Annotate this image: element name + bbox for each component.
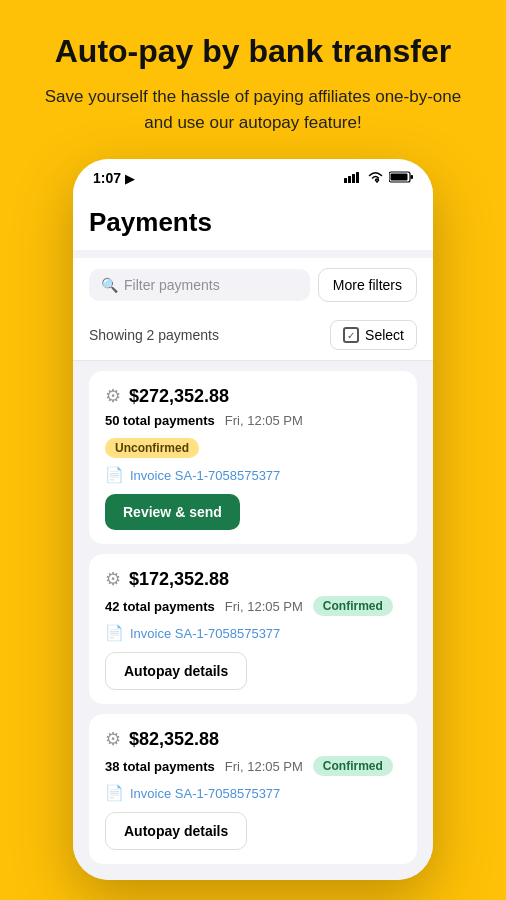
showing-row: Showing 2 payments ✓ Select xyxy=(73,312,433,361)
payment-date: Fri, 12:05 PM xyxy=(225,759,303,774)
invoice-link[interactable]: Invoice SA-1-7058575377 xyxy=(130,626,280,641)
total-payments: 50 total payments xyxy=(105,413,215,428)
total-payments: 42 total payments xyxy=(105,599,215,614)
payment-amount: $82,352.88 xyxy=(129,729,219,750)
hero-title: Auto-pay by bank transfer xyxy=(43,32,463,70)
svg-rect-3 xyxy=(356,172,359,183)
invoice-icon: 📄 xyxy=(105,624,124,642)
hero-section: Auto-pay by bank transfer Save yourself … xyxy=(19,0,487,155)
status-icons xyxy=(344,169,413,187)
payment-list: ⚙ $272,352.88 50 total payments Fri, 12:… xyxy=(89,371,417,864)
more-filters-button[interactable]: More filters xyxy=(318,268,417,302)
payment-details-row: 50 total payments Fri, 12:05 PM Unconfir… xyxy=(105,413,401,458)
wifi-icon xyxy=(367,169,384,187)
invoice-row: 📄 Invoice SA-1-7058575377 xyxy=(105,466,401,484)
status-badge: Confirmed xyxy=(313,596,393,616)
svg-rect-2 xyxy=(352,174,355,183)
select-button[interactable]: ✓ Select xyxy=(330,320,417,350)
payment-amount-row: ⚙ $172,352.88 xyxy=(105,568,401,590)
invoice-link[interactable]: Invoice SA-1-7058575377 xyxy=(130,468,280,483)
status-badge: Unconfirmed xyxy=(105,438,199,458)
phone-content: Payments 🔍 Filter payments More filters … xyxy=(73,193,433,880)
svg-rect-7 xyxy=(411,175,414,179)
invoice-icon: 📄 xyxy=(105,784,124,802)
payment-amount-row: ⚙ $82,352.88 xyxy=(105,728,401,750)
payment-card: ⚙ $172,352.88 42 total payments Fri, 12:… xyxy=(89,554,417,704)
search-placeholder: Filter payments xyxy=(124,277,220,293)
autopay-details-button[interactable]: Autopay details xyxy=(105,812,247,850)
signal-icon xyxy=(344,169,362,187)
select-label: Select xyxy=(365,327,404,343)
total-payments: 38 total payments xyxy=(105,759,215,774)
payment-date: Fri, 12:05 PM xyxy=(225,413,303,428)
gear-icon: ⚙ xyxy=(105,728,121,750)
status-time: 1:07 ▶ xyxy=(93,170,134,186)
svg-rect-0 xyxy=(344,178,347,183)
hero-subtitle: Save yourself the hassle of paying affil… xyxy=(43,84,463,135)
invoice-icon: 📄 xyxy=(105,466,124,484)
payment-card: ⚙ $82,352.88 38 total payments Fri, 12:0… xyxy=(89,714,417,864)
status-badge: Confirmed xyxy=(313,756,393,776)
payment-date: Fri, 12:05 PM xyxy=(225,599,303,614)
search-box[interactable]: 🔍 Filter payments xyxy=(89,269,310,301)
navigation-icon: ▶ xyxy=(125,172,134,186)
invoice-row: 📄 Invoice SA-1-7058575377 xyxy=(105,624,401,642)
gear-icon: ⚙ xyxy=(105,568,121,590)
autopay-details-button[interactable]: Autopay details xyxy=(105,652,247,690)
gear-icon: ⚙ xyxy=(105,385,121,407)
payment-card: ⚙ $272,352.88 50 total payments Fri, 12:… xyxy=(89,371,417,544)
payment-amount: $272,352.88 xyxy=(129,386,229,407)
page-title: Payments xyxy=(73,193,433,250)
payment-amount-row: ⚙ $272,352.88 xyxy=(105,385,401,407)
status-bar: 1:07 ▶ xyxy=(73,159,433,193)
svg-rect-1 xyxy=(348,176,351,183)
search-icon: 🔍 xyxy=(101,277,118,293)
showing-text: Showing 2 payments xyxy=(89,327,219,343)
search-filter-row: 🔍 Filter payments More filters xyxy=(73,258,433,312)
invoice-row: 📄 Invoice SA-1-7058575377 xyxy=(105,784,401,802)
phone-frame: 1:07 ▶ xyxy=(73,159,433,880)
battery-icon xyxy=(389,169,413,187)
payment-amount: $172,352.88 xyxy=(129,569,229,590)
invoice-link[interactable]: Invoice SA-1-7058575377 xyxy=(130,786,280,801)
payment-details-row: 42 total payments Fri, 12:05 PM Confirme… xyxy=(105,596,401,616)
svg-rect-6 xyxy=(391,174,408,181)
select-checkbox-icon: ✓ xyxy=(343,327,359,343)
review-send-button[interactable]: Review & send xyxy=(105,494,240,530)
svg-point-4 xyxy=(376,181,378,183)
payment-details-row: 38 total payments Fri, 12:05 PM Confirme… xyxy=(105,756,401,776)
